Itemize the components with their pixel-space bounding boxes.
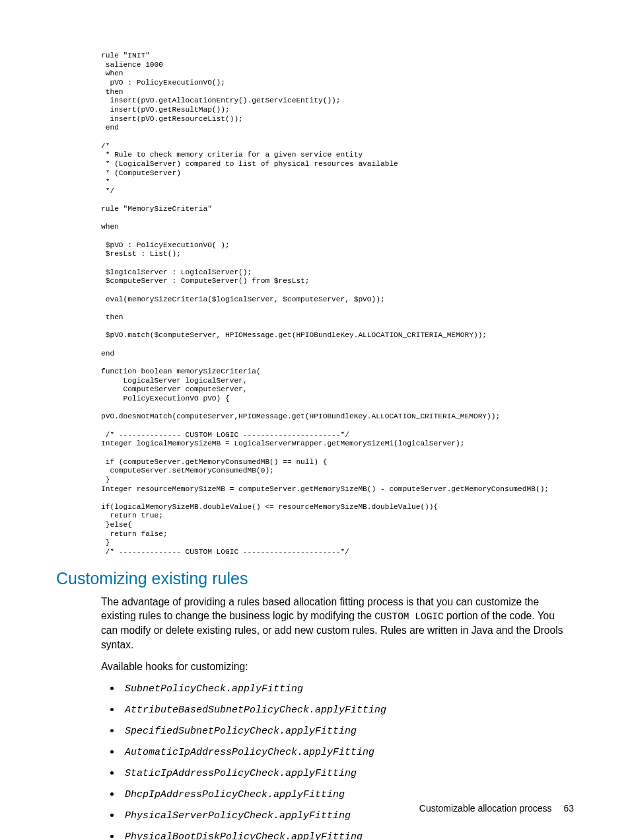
hook-item: StaticIpAddressPolicyCheck.applyFitting (121, 767, 574, 779)
footer-section-title: Customizable allocation process (419, 803, 552, 814)
page: rule "INIT" salience 1000 when pVO : Pol… (0, 0, 630, 840)
hook-item: AutomaticIpAddressPolicyCheck.applyFitti… (121, 745, 574, 758)
code-block: rule "INIT" salience 1000 when pVO : Pol… (101, 52, 574, 557)
page-number: 63 (563, 803, 574, 814)
paragraph-1: The advantage of providing a rules based… (101, 595, 574, 652)
hook-item: DhcpIpAddressPolicyCheck.applyFitting (121, 788, 574, 800)
section-heading: Customizing existing rules (56, 569, 574, 588)
para1-code: CUSTOM LOGIC (374, 611, 443, 622)
hook-item: SubnetPolicyCheck.applyFitting (121, 682, 574, 695)
hook-item: AttributeBasedSubnetPolicyCheck.applyFit… (121, 703, 574, 716)
page-footer: Customizable allocation process 63 (419, 803, 574, 814)
hook-item: PhysicalBootDiskPolicyCheck.applyFitting (121, 830, 574, 840)
hook-item: SpecifiedSubnetPolicyCheck.applyFitting (121, 724, 574, 737)
paragraph-2: Available hooks for customizing: (101, 660, 574, 674)
hooks-list: SubnetPolicyCheck.applyFitting Attribute… (101, 682, 574, 840)
